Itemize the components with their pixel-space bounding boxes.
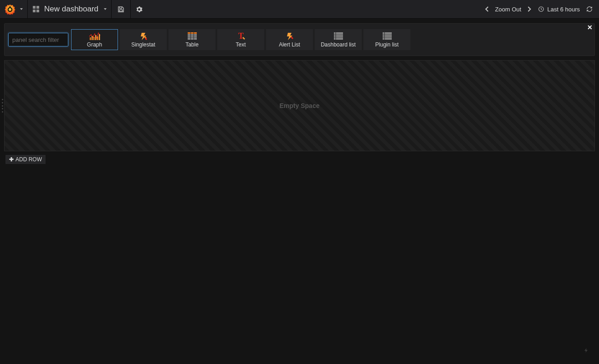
panel-tile-label: Dashboard list — [321, 41, 356, 48]
dashlist-icon — [334, 31, 343, 41]
svg-rect-11 — [97, 36, 98, 40]
dashboard-grid-icon — [32, 5, 40, 13]
svg-rect-13 — [188, 32, 197, 34]
svg-rect-9 — [93, 37, 95, 40]
svg-rect-1 — [33, 6, 36, 9]
pluglist-icon — [383, 31, 392, 41]
save-button[interactable] — [112, 0, 131, 18]
dashboard-row-empty[interactable]: Empty Space — [4, 60, 595, 151]
row-drag-handle[interactable] — [2, 99, 4, 113]
panel-tile-text[interactable]: TText — [217, 29, 264, 50]
panel-tile-table[interactable]: Table — [169, 29, 215, 50]
text-icon: T — [236, 31, 246, 41]
panel-tile-plugin-list[interactable]: Plugin list — [363, 29, 410, 50]
add-row-label: ADD ROW — [15, 156, 42, 163]
panel-tile-label: Plugin list — [375, 41, 399, 48]
graph-icon — [88, 31, 101, 41]
svg-rect-14 — [188, 34, 197, 40]
svg-rect-7 — [90, 37, 91, 40]
svg-text:T: T — [238, 32, 243, 40]
grafana-menu-button[interactable] — [0, 0, 28, 18]
svg-rect-10 — [95, 35, 97, 40]
panel-tiles: GraphSinglestatTableTTextAlert ListDashb… — [71, 29, 410, 50]
panel-type-picker: ✕ GraphSinglestatTableTTextAlert ListDas… — [4, 23, 595, 56]
chevron-right-icon — [527, 6, 532, 12]
dashboard-title: New dashboard — [44, 5, 98, 14]
navbar: New dashboard Zoom Out — [0, 0, 599, 19]
panel-tile-singlestat[interactable]: Singlestat — [120, 29, 167, 50]
chevron-left-icon — [485, 6, 489, 12]
settings-button[interactable] — [131, 0, 147, 18]
time-range-label: Last 6 hours — [547, 6, 580, 13]
svg-rect-4 — [36, 10, 39, 12]
svg-rect-3 — [33, 10, 36, 12]
singlestat-icon — [139, 31, 148, 41]
caret-down-icon — [104, 8, 107, 10]
navbar-right: Zoom Out Last 6 hours — [478, 0, 599, 18]
gear-icon — [136, 6, 143, 13]
clock-icon — [538, 6, 544, 12]
panel-tile-label: Alert List — [279, 41, 300, 48]
caret-down-icon — [20, 8, 23, 10]
empty-space-label: Empty Space — [280, 102, 320, 109]
zoom-out-button[interactable]: Zoom Out — [495, 6, 522, 13]
save-icon — [118, 6, 124, 13]
refresh-icon — [586, 6, 593, 12]
time-prev-button[interactable] — [485, 6, 489, 12]
panel-tile-label: Singlestat — [131, 41, 155, 48]
svg-rect-5 — [119, 10, 123, 11]
alert-icon — [285, 31, 294, 41]
grafana-logo-icon — [5, 4, 15, 15]
bolt-icon — [584, 347, 589, 355]
zoom-out-label: Zoom Out — [495, 6, 522, 13]
navbar-spacer — [147, 0, 478, 18]
panel-tile-dashboard-list[interactable]: Dashboard list — [315, 29, 362, 50]
close-icon: ✕ — [587, 24, 593, 31]
panel-search-input[interactable] — [8, 33, 68, 46]
svg-rect-2 — [36, 6, 39, 9]
panel-tile-graph[interactable]: Graph — [71, 29, 118, 50]
add-row-button[interactable]: ✚ ADD ROW — [5, 155, 46, 164]
plus-icon: ✚ — [9, 156, 14, 163]
svg-rect-12 — [99, 34, 100, 40]
refresh-button[interactable] — [586, 6, 593, 12]
close-picker-button[interactable]: ✕ — [587, 24, 593, 31]
panel-tile-label: Text — [236, 41, 246, 48]
dashboard-title-button[interactable]: New dashboard — [28, 0, 112, 18]
time-range-button[interactable]: Last 6 hours — [538, 6, 580, 13]
panel-tile-label: Graph — [87, 41, 102, 48]
panel-tile-alert-list[interactable]: Alert List — [266, 29, 313, 50]
time-next-button[interactable] — [527, 6, 532, 12]
table-icon — [188, 31, 197, 41]
panel-tile-label: Table — [185, 41, 199, 48]
svg-rect-8 — [92, 36, 93, 40]
